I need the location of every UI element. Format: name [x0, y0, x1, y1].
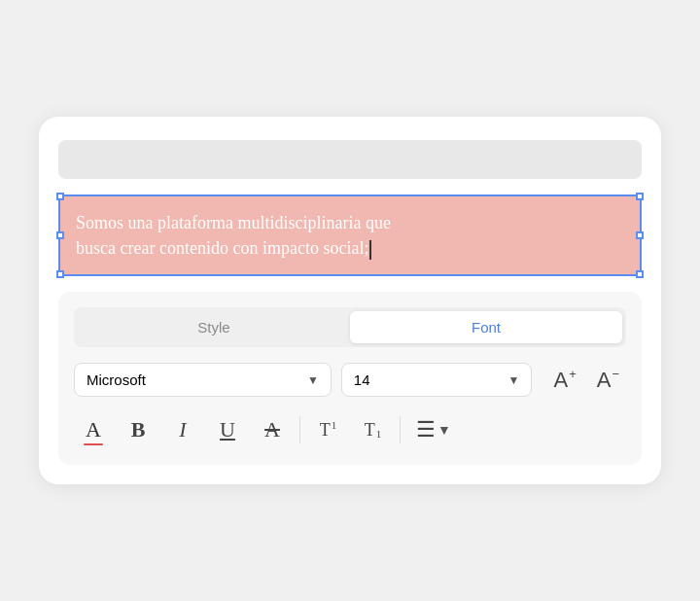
superscript-button[interactable]: T1	[308, 410, 347, 449]
controls-row: Microsoft ▼ 14 ▼ A+ A−	[74, 363, 626, 397]
main-card: Somos una plataforma multidisciplinaria …	[39, 117, 661, 484]
text-cursor	[369, 240, 371, 260]
bottom-panel: Style Font Microsoft ▼ 14 ▼ A+ A−	[58, 292, 642, 465]
text-content: Somos una plataforma multidisciplinaria …	[76, 210, 624, 261]
subscript-button[interactable]: T1	[353, 410, 392, 449]
decrease-font-size-button[interactable]: A−	[589, 364, 626, 397]
increase-font-size-button[interactable]: A+	[545, 364, 582, 397]
align-dropdown-arrow: ▼	[438, 422, 451, 438]
handle-mr[interactable]	[636, 231, 644, 239]
handle-tr[interactable]	[636, 193, 644, 200]
size-dropdown-value: 14	[354, 371, 370, 388]
bold-button[interactable]: B	[119, 410, 158, 449]
text-line1: Somos una plataforma multidisciplinaria …	[76, 213, 391, 232]
font-color-button[interactable]: A	[74, 410, 113, 449]
tab-font[interactable]: Font	[350, 311, 622, 343]
separator-1	[299, 416, 300, 443]
text-edit-area[interactable]: Somos una plataforma multidisciplinaria …	[58, 194, 642, 276]
tab-bar: Style Font	[74, 307, 626, 347]
text-line2: busca crear contenido con impacto social…	[76, 238, 368, 258]
size-dropdown-arrow: ▼	[508, 373, 520, 387]
font-dropdown[interactable]: Microsoft ▼	[74, 363, 332, 397]
align-icon: ☰	[416, 417, 436, 442]
top-bar	[58, 140, 642, 179]
strikethrough-button[interactable]: A	[253, 410, 292, 449]
underline-button[interactable]: U	[208, 410, 247, 449]
separator-2	[400, 416, 401, 443]
font-dropdown-arrow: ▼	[307, 373, 319, 387]
handle-tl[interactable]	[56, 193, 64, 200]
size-buttons: A+ A−	[545, 364, 626, 397]
size-dropdown[interactable]: 14 ▼	[341, 363, 533, 397]
italic-button[interactable]: I	[163, 410, 202, 449]
handle-br[interactable]	[636, 270, 644, 278]
tab-style[interactable]: Style	[78, 311, 350, 343]
align-button[interactable]: ☰ ▼	[408, 413, 459, 446]
formatting-row: A B I U A T1 T1 ☰ ▼	[74, 410, 626, 449]
handle-ml[interactable]	[56, 231, 64, 239]
font-dropdown-value: Microsoft	[87, 371, 146, 388]
handle-bl[interactable]	[56, 270, 64, 278]
